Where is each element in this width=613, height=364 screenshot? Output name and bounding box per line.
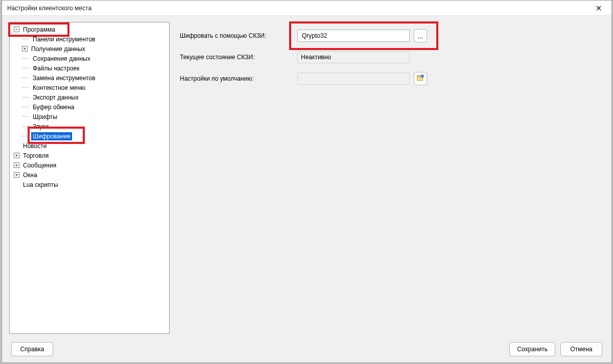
tree-node-context-menu[interactable]: Контекстное меню	[11, 83, 168, 92]
defaults-label: Настройки по умолчанию:	[180, 75, 297, 82]
tree-node-windows[interactable]: +Окна	[11, 170, 168, 180]
folder-open-icon	[417, 75, 424, 83]
tree-node-settings-files[interactable]: Файлы настроек	[11, 63, 168, 73]
settings-dialog: Настройки клиентского места − Программа	[2, 0, 612, 363]
tree-node-sounds[interactable]: Звуки	[11, 122, 168, 131]
svg-rect-1	[417, 75, 419, 77]
close-icon	[596, 4, 601, 12]
svg-rect-2	[421, 75, 423, 77]
defaults-value	[297, 72, 410, 85]
state-label: Текущее состояние СКЗИ:	[180, 54, 297, 61]
dialog-footer: Справка Сохранить Отмена	[2, 336, 611, 362]
tree-node-encryption[interactable]: Шифрование	[11, 131, 168, 141]
help-button[interactable]: Справка	[11, 342, 53, 356]
encrypt-with-input[interactable]	[297, 30, 410, 42]
content-area: − Программа Панели инструментов +Получен…	[2, 16, 611, 336]
row-state: Текущее состояние СКЗИ: Неактивно	[180, 51, 601, 64]
tree-label: Программа	[21, 26, 57, 34]
expand-icon[interactable]: +	[14, 162, 19, 168]
window-title: Настройки клиентского места	[7, 5, 588, 12]
tree-panel: − Программа Панели инструментов +Получен…	[9, 22, 170, 334]
collapse-icon[interactable]: −	[14, 27, 19, 32]
encrypt-with-label: Шифровать с помощью СКЗИ:	[180, 32, 297, 39]
defaults-open-button[interactable]	[414, 72, 427, 85]
tree-node-trading[interactable]: +Торговля	[11, 151, 168, 160]
titlebar: Настройки клиентского места	[2, 1, 611, 16]
tree-node-instrument-replace[interactable]: Замена инструментов	[11, 73, 168, 83]
save-button[interactable]: Сохранить	[509, 342, 555, 356]
tree-node-messages[interactable]: +Сообщения	[11, 160, 168, 170]
settings-tree[interactable]: − Программа Панели инструментов +Получен…	[11, 25, 168, 189]
cancel-button[interactable]: Отмена	[560, 342, 602, 356]
ellipsis-icon: ...	[418, 32, 423, 40]
tree-node-lua[interactable]: Lua скрипты	[11, 180, 168, 189]
tree-node-news[interactable]: Новости	[11, 141, 168, 151]
settings-panel: Шифровать с помощью СКЗИ: ... Текущее со…	[177, 22, 604, 334]
close-button[interactable]	[588, 1, 609, 15]
expand-icon[interactable]: +	[14, 153, 19, 158]
tree-node-clipboard[interactable]: Буфер обмена	[11, 102, 168, 112]
tree-node-fonts[interactable]: Шрифты	[11, 112, 168, 122]
row-defaults: Настройки по умолчанию:	[180, 72, 601, 85]
expand-icon[interactable]: +	[14, 172, 19, 178]
browse-crypto-button[interactable]: ...	[414, 29, 427, 42]
tree-node-data-save[interactable]: Сохранение данных	[11, 54, 168, 63]
state-value: Неактивно	[297, 51, 410, 63]
tree-node-program[interactable]: − Программа	[11, 25, 168, 34]
tree-node-data-export[interactable]: Экспорт данных	[11, 92, 168, 102]
row-encrypt-with: Шифровать с помощью СКЗИ: ...	[180, 29, 601, 42]
expand-icon[interactable]: +	[22, 46, 28, 52]
tree-node-data-receive[interactable]: +Получение данных	[11, 44, 168, 54]
tree-node-toolbars[interactable]: Панели инструментов	[11, 34, 168, 44]
